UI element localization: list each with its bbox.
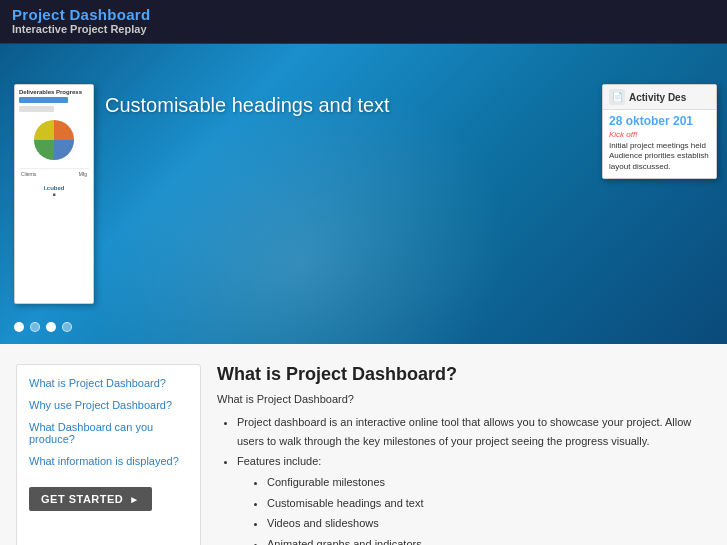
nav-link-4[interactable]: What information is displayed?	[29, 455, 188, 467]
arrow-icon: ►	[129, 494, 139, 505]
hero-section: Deliverables Progress Clients Mfg l.cube…	[0, 44, 727, 344]
slide-label: Deliverables Progress	[19, 89, 89, 95]
list-item-para: Project dashboard is an interactive onli…	[237, 413, 711, 450]
footer-clients: Clients	[21, 171, 36, 177]
get-started-label: GET STARTED	[41, 493, 123, 505]
activity-header: 📄 Activity Des	[603, 85, 716, 110]
nav-link-2[interactable]: Why use Project Dashboard?	[29, 399, 188, 411]
activity-date: 28 oktober 201	[603, 110, 716, 130]
slide-bar	[19, 97, 68, 103]
dot-1[interactable]	[14, 322, 24, 332]
nav-link-1[interactable]: What is Project Dashboard?	[29, 377, 188, 389]
activity-panel: 📄 Activity Des 28 oktober 201 Kick off! …	[602, 84, 717, 179]
app-subtitle: Interactive Project Replay	[12, 23, 715, 35]
list-item-features-header: Features include:	[237, 452, 711, 471]
left-nav: What is Project Dashboard? Why use Proje…	[16, 364, 201, 545]
footer-mfg: Mfg	[79, 171, 87, 177]
content-section: What is Project Dashboard? Why use Proje…	[0, 344, 727, 545]
get-started-button[interactable]: GET STARTED ►	[29, 487, 152, 511]
activity-event: Kick off!	[603, 130, 716, 141]
nav-link-3[interactable]: What Dashboard can you produce?	[29, 421, 188, 445]
activity-description: Initial project meetings held Audience p…	[603, 141, 716, 178]
para-text: Project dashboard is an interactive onli…	[237, 416, 691, 447]
feature-1: Configurable milestones	[267, 473, 711, 492]
activity-title: Activity Des	[629, 92, 686, 103]
hero-heading: Customisable headings and text	[105, 94, 390, 117]
slide-preview: Deliverables Progress Clients Mfg l.cube…	[14, 84, 94, 304]
feature-3: Videos and slideshows	[267, 514, 711, 533]
slide-logo: l.cubed■	[15, 183, 93, 199]
pie-chart	[30, 116, 78, 164]
dot-2[interactable]	[30, 322, 40, 332]
app-title: Project Dashboard	[12, 6, 715, 23]
slide-footer: Clients Mfg	[19, 168, 89, 179]
slide-bar	[19, 106, 54, 112]
activity-icon: 📄	[609, 89, 625, 105]
main-list: Project dashboard is an interactive onli…	[217, 413, 711, 471]
main-heading: What is Project Dashboard?	[217, 364, 711, 385]
main-content: What is Project Dashboard? What is Proje…	[217, 364, 711, 545]
features-list: Configurable milestones Customisable hea…	[247, 473, 711, 545]
header: Project Dashboard Interactive Project Re…	[0, 0, 727, 44]
dot-3[interactable]	[46, 322, 56, 332]
main-subheading: What is Project Dashboard?	[217, 393, 711, 405]
hero-dots	[14, 322, 72, 332]
feature-4: Animated graphs and indicators	[267, 535, 711, 545]
feature-2: Customisable headings and text	[267, 494, 711, 513]
dot-4[interactable]	[62, 322, 72, 332]
